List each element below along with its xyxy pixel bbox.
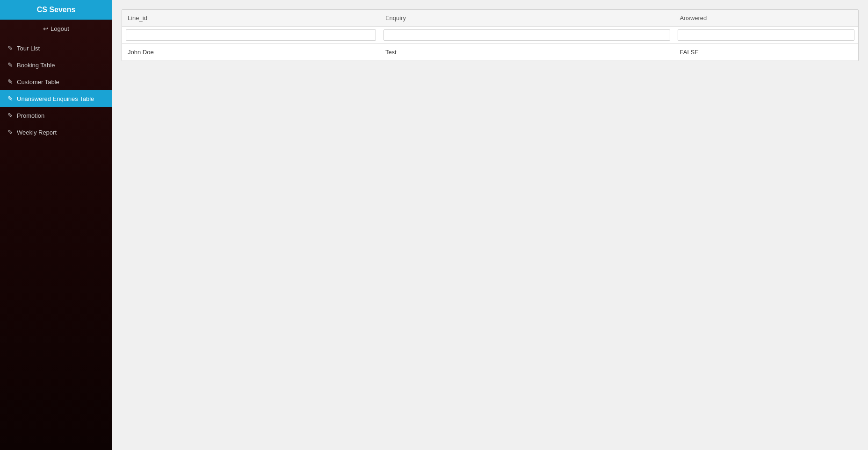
table-header-row: Line_id Enquiry Answered bbox=[122, 10, 858, 27]
sidebar-nav: ✎ Tour List ✎ Booking Table ✎ Customer T… bbox=[0, 40, 112, 141]
nav-icon-customer-table: ✎ bbox=[7, 78, 13, 86]
filter-cell-enquiry bbox=[380, 27, 674, 44]
nav-icon-promotion: ✎ bbox=[7, 112, 13, 119]
col-header-enquiry: Enquiry bbox=[380, 10, 674, 27]
logout-label: Logout bbox=[51, 25, 69, 32]
filter-input-enquiry[interactable] bbox=[383, 29, 671, 41]
logout-icon: ↩ bbox=[43, 25, 48, 32]
filter-input-answered[interactable] bbox=[678, 29, 854, 41]
cell-line-id: John Doe bbox=[122, 44, 380, 61]
sidebar-item-booking-table[interactable]: ✎ Booking Table bbox=[0, 57, 112, 73]
sidebar-item-label-unanswered-enquiries-table: Unanswered Enquiries Table bbox=[17, 95, 94, 102]
nav-icon-weekly-report: ✎ bbox=[7, 129, 13, 136]
filter-cell-answered bbox=[674, 27, 858, 44]
col-header-answered: Answered bbox=[674, 10, 858, 27]
sidebar-item-promotion[interactable]: ✎ Promotion bbox=[0, 107, 112, 124]
table-row: John Doe Test FALSE bbox=[122, 44, 858, 61]
enquiries-table-container: Line_id Enquiry Answered bbox=[122, 9, 859, 61]
enquiries-table: Line_id Enquiry Answered bbox=[122, 10, 858, 61]
filter-cell-line-id bbox=[122, 27, 380, 44]
nav-icon-booking-table: ✎ bbox=[7, 61, 13, 69]
sidebar-item-unanswered-enquiries-table[interactable]: ✎ Unanswered Enquiries Table bbox=[0, 90, 112, 107]
sidebar-item-label-weekly-report: Weekly Report bbox=[17, 129, 57, 136]
cell-answered: FALSE bbox=[674, 44, 858, 61]
filter-input-line-id[interactable] bbox=[126, 29, 376, 41]
logout-button[interactable]: ↩ Logout bbox=[0, 20, 112, 38]
sidebar-item-label-tour-list: Tour List bbox=[17, 45, 40, 52]
sidebar-item-label-customer-table: Customer Table bbox=[17, 79, 59, 86]
sidebar-item-label-booking-table: Booking Table bbox=[17, 62, 55, 69]
sidebar-item-tour-list[interactable]: ✎ Tour List bbox=[0, 40, 112, 57]
sidebar: CS Sevens ↩ Logout ✎ Tour List ✎ Booking… bbox=[0, 0, 112, 450]
app-title: CS Sevens bbox=[0, 0, 112, 20]
filter-row bbox=[122, 27, 858, 44]
sidebar-item-customer-table[interactable]: ✎ Customer Table bbox=[0, 73, 112, 90]
nav-icon-unanswered-enquiries-table: ✎ bbox=[7, 95, 13, 102]
col-header-line-id: Line_id bbox=[122, 10, 380, 27]
sidebar-item-label-promotion: Promotion bbox=[17, 112, 44, 119]
nav-icon-tour-list: ✎ bbox=[7, 44, 13, 52]
main-content: Line_id Enquiry Answered bbox=[112, 0, 868, 450]
sidebar-item-weekly-report[interactable]: ✎ Weekly Report bbox=[0, 124, 112, 141]
cell-enquiry: Test bbox=[380, 44, 674, 61]
